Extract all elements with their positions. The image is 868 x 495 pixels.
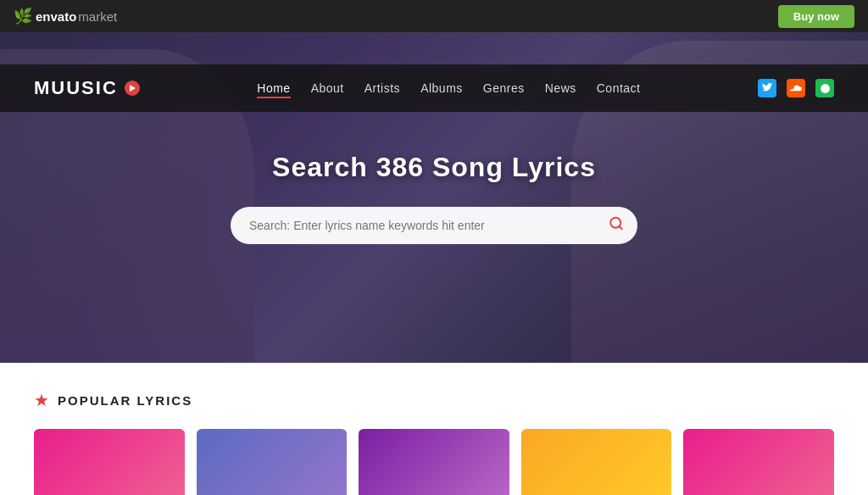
envato-leaf-icon: 🌿 bbox=[14, 7, 32, 25]
topbar: 🌿 envatomarket Buy now bbox=[0, 0, 868, 32]
buy-now-button[interactable]: Buy now bbox=[778, 5, 854, 28]
nav-item-albums[interactable]: Albums bbox=[420, 81, 463, 96]
nav-item-contact[interactable]: Contact bbox=[597, 81, 641, 96]
envato-text: envato bbox=[36, 9, 76, 24]
hero-title: Search 386 Song Lyrics bbox=[0, 152, 868, 183]
navbar: MUUSIC Home About Artists Albums Genres … bbox=[0, 64, 868, 112]
lyric-card-5[interactable] bbox=[683, 429, 834, 495]
search-bar bbox=[231, 207, 637, 244]
market-text: market bbox=[78, 9, 117, 24]
nav-link-genres[interactable]: Genres bbox=[483, 81, 525, 95]
twitter-icon[interactable] bbox=[758, 79, 776, 97]
lyric-card-2[interactable] bbox=[197, 429, 348, 495]
soundcloud-icon[interactable] bbox=[787, 79, 805, 97]
nav-link-home[interactable]: Home bbox=[257, 81, 290, 98]
star-icon: ★ bbox=[34, 390, 49, 410]
nav-link-artists[interactable]: Artists bbox=[364, 81, 400, 95]
envato-logo: 🌿 envatomarket bbox=[14, 7, 117, 25]
play-icon bbox=[125, 81, 140, 96]
nav-link-albums[interactable]: Albums bbox=[420, 81, 463, 95]
svg-point-0 bbox=[821, 84, 830, 93]
nav-item-genres[interactable]: Genres bbox=[483, 81, 525, 96]
section-heading: ★ POPULAR LYRICS bbox=[34, 390, 834, 410]
popular-lyrics-section: ★ POPULAR LYRICS bbox=[0, 363, 868, 495]
hero-section: MUUSIC Home About Artists Albums Genres … bbox=[0, 32, 868, 363]
social-icons bbox=[758, 79, 834, 97]
lyric-card-3[interactable] bbox=[359, 429, 509, 495]
nav-links: Home About Artists Albums Genres News Co… bbox=[257, 81, 640, 96]
nav-item-home[interactable]: Home bbox=[257, 81, 290, 96]
site-name: MUUSIC bbox=[34, 77, 118, 99]
svg-line-2 bbox=[619, 225, 621, 228]
lyric-card-1[interactable] bbox=[34, 429, 185, 495]
section-title: POPULAR LYRICS bbox=[58, 393, 192, 408]
nav-item-artists[interactable]: Artists bbox=[364, 81, 400, 96]
nav-link-contact[interactable]: Contact bbox=[597, 81, 641, 95]
spotify-icon[interactable] bbox=[815, 79, 834, 97]
cards-row bbox=[34, 429, 834, 495]
hero-content: Search 386 Song Lyrics bbox=[0, 152, 868, 244]
search-input[interactable] bbox=[231, 207, 637, 244]
site-logo: MUUSIC bbox=[34, 77, 140, 99]
nav-item-about[interactable]: About bbox=[311, 81, 344, 96]
search-button[interactable] bbox=[609, 215, 624, 235]
lyric-card-4[interactable] bbox=[521, 429, 672, 495]
nav-link-about[interactable]: About bbox=[311, 81, 344, 95]
nav-item-news[interactable]: News bbox=[545, 81, 576, 96]
nav-link-news[interactable]: News bbox=[545, 81, 576, 95]
